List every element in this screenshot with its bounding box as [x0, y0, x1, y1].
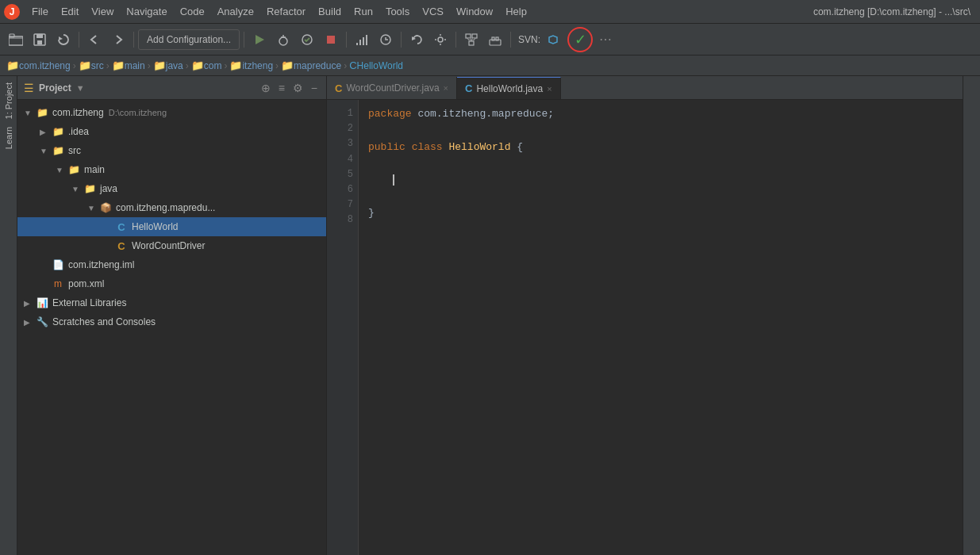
breadcrumb-folder-main: 📁 — [112, 59, 125, 71]
project-panel-label[interactable]: 1: Project — [2, 79, 15, 122]
stop-btn[interactable] — [320, 29, 342, 51]
breadcrumb-folder-itzheng: 📁 — [229, 59, 242, 71]
menu-run[interactable]: Run — [348, 3, 379, 20]
svg-rect-13 — [359, 40, 361, 45]
menu-bar: J File Edit View Navigate Code Analyze R… — [0, 0, 980, 24]
back-btn[interactable] — [83, 29, 106, 51]
tab-label-wcd: WordCountDriver.java — [346, 82, 439, 94]
breadcrumb-folder-mapreduce: 📁 — [281, 59, 294, 71]
breadcrumb-item-1[interactable]: src — [91, 60, 104, 71]
tree-item-ext-libs[interactable]: ▶ 📊 External Libraries — [17, 293, 326, 312]
menu-refactor[interactable]: Refactor — [260, 3, 312, 20]
expand-all-icon[interactable]: ⊕ — [259, 81, 273, 95]
menu-edit[interactable]: Edit — [55, 3, 85, 20]
tree-item-main[interactable]: ▼ 📁 main — [17, 160, 326, 179]
breadcrumb-item-0[interactable]: com.itzheng — [19, 60, 71, 71]
breadcrumb-item-7[interactable]: HelloWorld — [357, 60, 403, 71]
timeline-btn[interactable] — [375, 29, 397, 51]
tree-label-pom: pom.xml — [68, 278, 104, 289]
tree-arrow-root: ▼ — [24, 109, 35, 117]
menu-analyze[interactable]: Analyze — [211, 3, 260, 20]
tree-item-src[interactable]: ▼ 📁 src — [17, 141, 326, 160]
java-class-icon-wcd: C — [114, 239, 129, 252]
svn-update-btn[interactable] — [542, 29, 564, 51]
add-configuration-button[interactable]: Add Configuration... — [138, 29, 240, 50]
debug-btn[interactable] — [272, 29, 294, 51]
save-btn[interactable] — [29, 29, 51, 51]
tree-item-wordcountdriver[interactable]: ▶ C WordCountDriver — [17, 236, 326, 255]
folder-icon-src: 📁 — [51, 144, 65, 157]
run-btn[interactable] — [248, 29, 271, 51]
forward-btn[interactable] — [107, 29, 129, 51]
iml-icon: 📄 — [51, 258, 65, 271]
tab-wordcountdriver[interactable]: C WordCountDriver.java × — [327, 77, 457, 99]
menu-navigate[interactable]: Navigate — [120, 3, 173, 20]
svg-text:J: J — [10, 6, 15, 17]
breadcrumb-item-5[interactable]: itzheng — [242, 60, 273, 71]
breadcrumb-item-6[interactable]: mapreduce — [294, 60, 341, 71]
code-content[interactable]: package com.itzheng.mapreduce; public cl… — [359, 100, 963, 555]
svg-point-9 — [279, 37, 287, 45]
gear-icon[interactable]: ⚙ — [290, 81, 306, 95]
tree-item-iml[interactable]: ▶ 📄 com.itzheng.iml — [17, 255, 326, 274]
menu-file[interactable]: File — [25, 3, 55, 20]
tree-label-helloworld: HelloWorld — [132, 221, 178, 232]
menu-view[interactable]: View — [85, 3, 120, 20]
minimize-panel-icon[interactable]: − — [309, 81, 320, 95]
tree-item-idea[interactable]: ▶ 📁 .idea — [17, 122, 326, 141]
tree-item-package[interactable]: ▼ 📦 com.itzheng.mapredu... — [17, 198, 326, 217]
learn-panel-label[interactable]: Learn — [2, 124, 15, 152]
breadcrumb-folder-java: 📁 — [153, 59, 166, 71]
collapse-all-icon[interactable]: ≡ — [276, 81, 287, 95]
tab-label-hw: HelloWorld.java — [476, 83, 543, 94]
svg-point-18 — [438, 37, 443, 42]
main-layout: 1: Project Learn ☰ Project ▼ ⊕ ≡ ⚙ − ▼ 📁… — [0, 76, 980, 555]
tree-label-idea: .idea — [68, 126, 89, 137]
coverage-btn[interactable] — [296, 29, 318, 51]
tree-item-java[interactable]: ▼ 📁 java — [17, 179, 326, 198]
tree-label-extlibs: External Libraries — [52, 297, 126, 308]
svn-more-btn[interactable]: ⋯ — [594, 29, 617, 51]
breadcrumb-item-3[interactable]: java — [166, 60, 183, 71]
project-tree: ▼ 📁 com.itzheng D:\com.itzheng ▶ 📁 .idea… — [17, 100, 326, 555]
tree-label-scratches: Scratches and Consoles — [52, 316, 156, 327]
project-structure-btn[interactable] — [460, 29, 482, 51]
tab-close-hw[interactable]: × — [547, 84, 551, 94]
plugins-btn[interactable] — [484, 29, 506, 51]
menu-build[interactable]: Build — [312, 3, 348, 20]
svg-rect-5 — [37, 34, 43, 38]
svg-rect-3 — [10, 34, 14, 37]
code-editor[interactable]: 1 2 3 4 5 6 7 8 package com.itzheng.mapr… — [327, 100, 963, 555]
tree-arrow-extlibs: ▶ — [24, 299, 35, 308]
tree-item-helloworld[interactable]: ▶ C HelloWorld — [17, 217, 326, 236]
code-line-8 — [368, 222, 953, 239]
editor-tabs: C WordCountDriver.java × C HelloWorld.ja… — [327, 76, 963, 100]
tree-arrow-idea: ▶ — [40, 128, 51, 136]
menu-tools[interactable]: Tools — [379, 3, 416, 20]
svn-check-circle[interactable]: ✓ — [567, 27, 593, 52]
menu-code[interactable]: Code — [174, 3, 211, 20]
window-title: com.itzheng [D:\com.itzheng] - ...\src\ — [813, 6, 977, 17]
tree-item-scratches[interactable]: ▶ 🔧 Scratches and Consoles — [17, 312, 326, 331]
breadcrumb-item-4[interactable]: com — [204, 60, 222, 71]
breadcrumb-item-2[interactable]: main — [125, 60, 145, 71]
svg-rect-20 — [472, 34, 477, 38]
undo-btn[interactable] — [405, 29, 428, 51]
tree-item-root[interactable]: ▼ 📁 com.itzheng D:\com.itzheng — [17, 103, 326, 122]
menu-help[interactable]: Help — [499, 3, 533, 20]
menu-vcs[interactable]: VCS — [416, 3, 450, 20]
svg-rect-22 — [490, 40, 501, 45]
tree-arrow-main: ▼ — [56, 166, 67, 174]
java-class-icon-helloworld: C — [114, 220, 129, 233]
tab-helloworld[interactable]: C HelloWorld.java × — [457, 77, 561, 99]
sync-btn[interactable] — [52, 29, 75, 51]
svg-rect-21 — [469, 41, 474, 45]
profile-btn[interactable] — [351, 29, 373, 51]
svg-rect-19 — [466, 34, 471, 38]
tree-item-pom[interactable]: ▶ m pom.xml — [17, 274, 326, 293]
tab-close-wcd[interactable]: × — [444, 83, 448, 93]
open-folder-btn[interactable] — [5, 29, 27, 51]
settings-btn[interactable] — [429, 29, 452, 51]
code-line-7: } — [368, 205, 953, 222]
menu-window[interactable]: Window — [450, 3, 499, 20]
